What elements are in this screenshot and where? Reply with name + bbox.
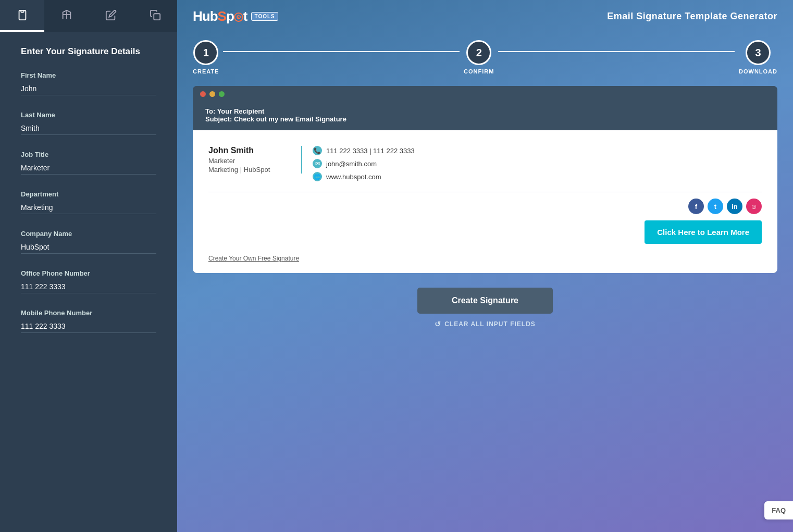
form-section: Enter Your Signature Details First Name … (0, 32, 177, 354)
field-group-department: Department (21, 190, 156, 214)
instagram-button[interactable]: ☺ (746, 199, 762, 214)
sig-dept: Marketing | HubSpot (208, 166, 289, 174)
sig-email: john@smith.com (326, 160, 377, 168)
cta-button[interactable]: Click Here to Learn More (645, 220, 762, 244)
step-circle-2: 2 (466, 40, 491, 65)
sig-social: f t in ☺ (208, 199, 762, 214)
sig-name: John Smith (208, 146, 289, 155)
subject-label: Subject: (205, 115, 234, 123)
linkedin-button[interactable]: in (727, 199, 742, 214)
sig-left: John Smith Marketer Marketing | HubSpot (208, 146, 302, 174)
field-group-first-name: First Name (21, 71, 156, 95)
tools-badge: TOOLS (251, 12, 278, 21)
preview-container: To: Your Recipient Subject: Check out my… (193, 86, 777, 273)
email-icon: ✉ (313, 159, 322, 168)
input-company[interactable] (21, 241, 156, 254)
signature-card: John Smith Marketer Marketing | HubSpot … (208, 146, 762, 181)
email-subject-line: Subject: Check out my new Email Signatur… (205, 115, 765, 123)
sig-phone: 111 222 3333 | 111 222 3333 (326, 147, 415, 155)
step-label-1: CREATE (193, 68, 219, 75)
create-signature-button[interactable]: Create Signature (417, 288, 553, 314)
tab-copy[interactable] (133, 0, 177, 32)
input-department[interactable] (21, 201, 156, 214)
input-job-title[interactable] (21, 162, 156, 175)
dot-yellow (209, 91, 215, 97)
step-line-2 (498, 51, 735, 52)
preview-titlebar (193, 86, 777, 102)
step-circle-1: 1 (193, 40, 218, 65)
sig-divider (208, 192, 762, 192)
left-tabs (0, 0, 177, 32)
phone-icon: 📞 (313, 146, 322, 155)
right-panel: HubSp⚙t TOOLS Email Signature Template G… (177, 0, 793, 532)
step-line-1 (223, 51, 460, 52)
step-1[interactable]: 1 CREATE (193, 40, 219, 75)
label-last-name: Last Name (21, 111, 156, 119)
input-office-phone[interactable] (21, 280, 156, 293)
svg-rect-0 (21, 10, 24, 13)
label-company: Company Name (21, 230, 156, 238)
logo-text: HubSp⚙t (193, 8, 247, 24)
field-group-office-phone: Office Phone Number (21, 269, 156, 293)
step-3[interactable]: 3 DOWNLOAD (739, 40, 777, 75)
label-job-title: Job Title (21, 151, 156, 158)
form-title: Enter Your Signature Details (21, 46, 156, 57)
field-group-last-name: Last Name (21, 111, 156, 135)
subject-text: Check out my new Email Signature (234, 115, 346, 123)
header-title: Email Signature Template Generator (607, 11, 777, 22)
preview-email-header: To: Your Recipient Subject: Check out my… (193, 102, 777, 130)
label-mobile-phone: Mobile Phone Number (21, 309, 156, 317)
label-first-name: First Name (21, 71, 156, 79)
sig-web-row: 🌐 www.hubspot.com (313, 172, 415, 181)
create-own-link[interactable]: Create Your Own Free Signature (208, 255, 299, 262)
steps-row: 1 CREATE 2 CONFIRM 3 DOWNLOAD (193, 31, 777, 86)
input-last-name[interactable] (21, 122, 156, 135)
actions-row: Create Signature ↺ CLEAR ALL INPUT FIELD… (193, 288, 777, 328)
to-recipient: Your Recipient (217, 107, 265, 115)
step-label-2: CONFIRM (464, 68, 494, 75)
logo: HubSp⚙t TOOLS (193, 8, 278, 24)
label-office-phone: Office Phone Number (21, 269, 156, 277)
email-to-line: To: Your Recipient (205, 107, 765, 115)
dot-red (200, 91, 206, 97)
to-label: To: (205, 107, 217, 115)
step-circle-3: 3 (746, 40, 771, 65)
sig-phone-row: 📞 111 222 3333 | 111 222 3333 (313, 146, 415, 155)
input-first-name[interactable] (21, 82, 156, 95)
label-department: Department (21, 190, 156, 198)
header: HubSp⚙t TOOLS Email Signature Template G… (193, 0, 777, 31)
twitter-button[interactable]: t (708, 199, 723, 214)
sig-right: 📞 111 222 3333 | 111 222 3333 ✉ john@smi… (302, 146, 415, 181)
tab-edit[interactable] (89, 0, 133, 32)
svg-rect-3 (154, 14, 160, 20)
left-panel: Enter Your Signature Details First Name … (0, 0, 177, 532)
faq-button[interactable]: FAQ (764, 501, 793, 519)
dot-green (219, 91, 225, 97)
clear-fields-button[interactable]: ↺ CLEAR ALL INPUT FIELDS (435, 320, 536, 328)
preview-email-body: John Smith Marketer Marketing | HubSpot … (193, 130, 777, 273)
field-group-job-title: Job Title (21, 151, 156, 175)
input-mobile-phone[interactable] (21, 320, 156, 333)
sig-footer-link: Create Your Own Free Signature (208, 253, 762, 263)
field-group-mobile-phone: Mobile Phone Number (21, 309, 156, 333)
refresh-icon: ↺ (435, 320, 441, 328)
step-label-3: DOWNLOAD (739, 68, 777, 75)
web-icon: 🌐 (313, 172, 322, 181)
sig-website: www.hubspot.com (326, 173, 381, 181)
step-2[interactable]: 2 CONFIRM (464, 40, 494, 75)
sig-email-row: ✉ john@smith.com (313, 159, 415, 168)
facebook-button[interactable]: f (688, 199, 704, 214)
sig-title: Marketer (208, 157, 289, 165)
tab-clipboard[interactable] (0, 0, 44, 32)
clear-label: CLEAR ALL INPUT FIELDS (444, 320, 536, 328)
field-group-company: Company Name (21, 230, 156, 254)
tab-font[interactable] (44, 0, 89, 32)
